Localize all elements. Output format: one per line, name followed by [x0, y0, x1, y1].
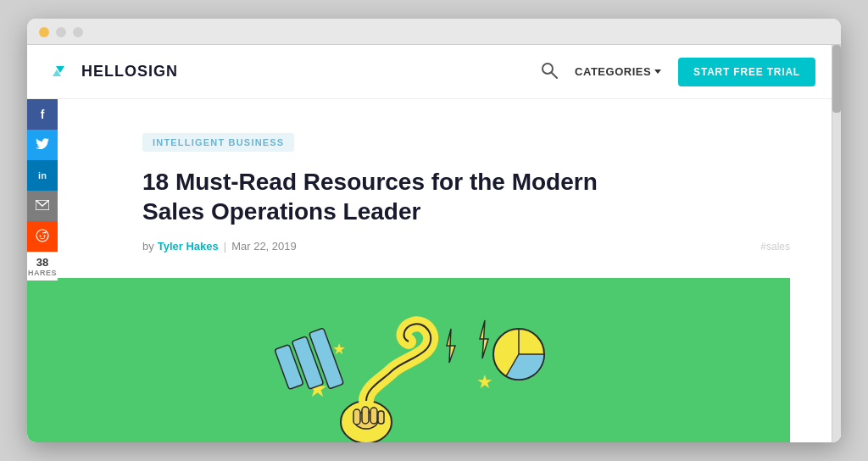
logo-area[interactable]: HELLOSIGN	[53, 63, 178, 81]
traffic-light-maximize[interactable]	[73, 27, 83, 37]
linkedin-share-button[interactable]: in	[27, 160, 58, 191]
browser-chrome	[27, 19, 841, 45]
main-content: f in	[27, 99, 841, 442]
meta-separator: |	[224, 240, 226, 253]
article-meta: by Tyler Hakes | Mar 22, 2019 #sales	[142, 240, 790, 253]
chevron-down-icon	[654, 69, 661, 74]
email-icon	[36, 199, 49, 213]
svg-point-7	[44, 235, 46, 236]
reddit-share-button[interactable]	[27, 221, 58, 252]
logo-text: HELLOSIGN	[81, 63, 178, 81]
social-sidebar: f in	[27, 99, 58, 280]
article-title: 18 Must-Read Resources for the Modern Sa…	[142, 167, 634, 226]
svg-point-5	[36, 230, 48, 242]
svg-marker-15	[480, 320, 488, 358]
meta-by: by	[142, 240, 154, 253]
browser-window: HELLOSIGN CATEGORIES START FREE TRIAL f	[27, 19, 841, 442]
svg-text:★: ★	[332, 341, 346, 358]
twitter-icon	[36, 138, 49, 153]
categories-menu[interactable]: CATEGORIES	[575, 65, 661, 78]
reddit-icon	[36, 229, 49, 245]
hero-image: ★ ★ ★	[27, 278, 790, 442]
linkedin-icon: in	[38, 170, 47, 181]
twitter-share-button[interactable]	[27, 130, 58, 160]
article-content: INTELLIGENT BUSINESS 18 Must-Read Resour…	[142, 133, 790, 253]
search-icon[interactable]	[541, 62, 558, 82]
shares-count: 38 HARES	[27, 252, 58, 280]
meta-tag[interactable]: #sales	[760, 241, 790, 253]
meta-author[interactable]: Tyler Hakes	[158, 240, 219, 253]
category-tag: INTELLIGENT BUSINESS	[142, 133, 294, 152]
navbar: HELLOSIGN CATEGORIES START FREE TRIAL	[27, 45, 841, 99]
svg-rect-22	[353, 409, 360, 425]
start-free-trial-button[interactable]: START FREE TRIAL	[678, 58, 815, 86]
hellosign-logo-icon	[53, 63, 76, 81]
svg-rect-23	[362, 407, 369, 424]
facebook-icon: f	[41, 108, 45, 121]
email-share-button[interactable]	[27, 191, 58, 221]
svg-rect-24	[370, 408, 377, 424]
svg-line-9	[42, 232, 45, 233]
svg-point-2	[542, 64, 553, 74]
browser-content: HELLOSIGN CATEGORIES START FREE TRIAL f	[27, 45, 841, 442]
meta-date: Mar 22, 2019	[231, 240, 297, 253]
categories-label: CATEGORIES	[575, 65, 651, 78]
traffic-light-minimize[interactable]	[56, 27, 66, 37]
traffic-light-close[interactable]	[39, 27, 49, 37]
svg-line-3	[552, 73, 557, 78]
scrollbar-thumb[interactable]	[832, 45, 841, 113]
svg-rect-25	[378, 411, 384, 424]
svg-text:★: ★	[476, 371, 493, 392]
svg-point-6	[40, 235, 42, 236]
facebook-share-button[interactable]: f	[27, 99, 58, 130]
svg-marker-14	[447, 329, 455, 363]
